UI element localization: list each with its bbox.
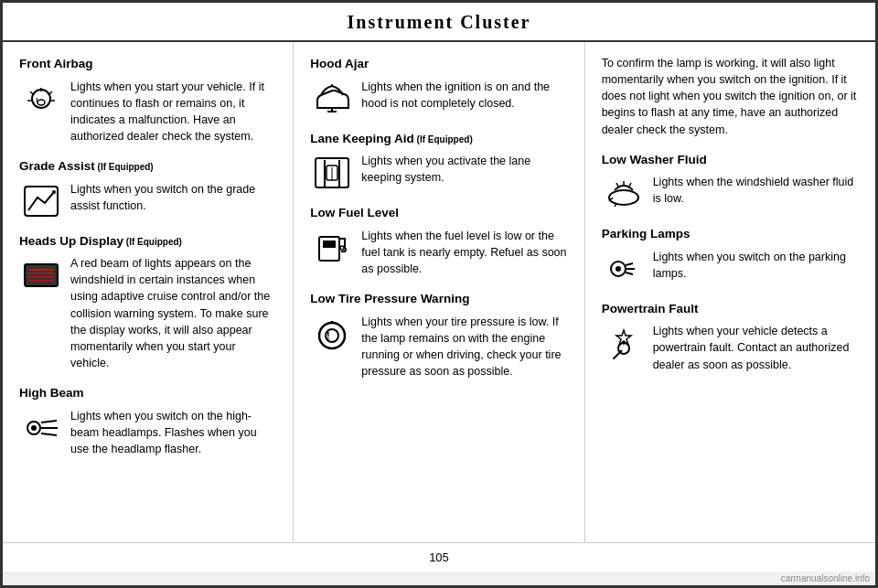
tire-icon	[310, 315, 354, 352]
section-body-low-washer-fluid: Lights when the windshield washer fluid …	[602, 174, 859, 212]
page-number: 105	[429, 551, 449, 564]
column-2: Hood AjarLights when the ignition is on …	[294, 42, 584, 542]
section-body-lane-keeping-aid: Lights when you activate the lane keepin…	[310, 153, 567, 191]
section-high-beam: High BeamLights when you switch on the h…	[19, 384, 276, 457]
section-title-parking-lamps: Parking Lamps	[602, 225, 859, 243]
section-body-grade-assist: Lights when you switch on the grade assi…	[19, 181, 276, 219]
washer-icon	[602, 176, 646, 212]
section-title-high-beam: High Beam	[19, 384, 276, 402]
section-text-lane-keeping-aid: Lights when you activate the lane keepin…	[361, 153, 567, 186]
section-title-powertrain-fault: Powertrain Fault	[602, 300, 859, 318]
section-text-low-fuel-level: Lights when the fuel level is low or the…	[361, 228, 567, 277]
section-body-confirm-lamp: To confirm the lamp is working, it will …	[602, 55, 859, 138]
section-text-powertrain-fault: Lights when your vehicle detects a power…	[653, 323, 859, 372]
section-title-grade-assist: Grade Assist (If Equipped)	[19, 157, 276, 176]
section-heads-up-display: Heads Up Display (If Equipped)A red beam…	[19, 232, 276, 371]
section-text-grade-assist: Lights when you switch on the grade assi…	[70, 181, 276, 214]
fuel-icon	[310, 230, 354, 266]
section-low-fuel-level: Low Fuel LevelLights when the fuel level…	[310, 204, 567, 277]
section-title-front-airbag: Front Airbag	[19, 55, 276, 73]
section-front-airbag: Front AirbagLights when you start your v…	[19, 55, 276, 144]
section-text-front-airbag: Lights when you start your vehicle. If i…	[70, 79, 276, 145]
section-text-low-tire-pressure: Lights when your tire pressure is low. I…	[361, 314, 567, 380]
section-title-lane-keeping-aid: Lane Keeping Aid (If Equipped)	[310, 130, 567, 148]
grade-assist-icon	[19, 183, 63, 219]
section-title-heads-up-display: Heads Up Display (If Equipped)	[19, 232, 276, 251]
high-beam-icon	[19, 410, 63, 446]
section-low-tire-pressure: Low Tire Pressure WarningLights when you…	[310, 290, 567, 380]
airbag-icon	[19, 80, 63, 117]
section-text-heads-up-display: A red beam of lights appears on the wind…	[70, 255, 276, 371]
section-body-high-beam: Lights when you switch on the high-beam …	[19, 408, 276, 457]
section-title-low-tire-pressure: Low Tire Pressure Warning	[310, 290, 567, 308]
section-hood-ajar: Hood AjarLights when the ignition is on …	[310, 55, 567, 117]
hud-icon	[19, 257, 63, 294]
section-body-powertrain-fault: Lights when your vehicle detects a power…	[602, 323, 859, 372]
page-footer: 105	[3, 542, 875, 572]
section-confirm-lamp: To confirm the lamp is working, it will …	[602, 55, 859, 138]
section-powertrain-fault: Powertrain FaultLights when your vehicle…	[602, 300, 859, 373]
section-body-low-fuel-level: Lights when the fuel level is low or the…	[310, 228, 567, 277]
parking-lamps-icon	[602, 251, 646, 287]
section-lane-keeping-aid: Lane Keeping Aid (If Equipped)Lights whe…	[310, 130, 567, 192]
hood-icon	[310, 80, 354, 117]
section-body-heads-up-display: A red beam of lights appears on the wind…	[19, 255, 276, 371]
section-body-front-airbag: Lights when you start your vehicle. If i…	[19, 79, 276, 145]
if-equipped-label: (If Equipped)	[123, 237, 182, 247]
column-3: To confirm the lamp is working, it will …	[585, 42, 875, 542]
lane-keeping-icon	[310, 155, 354, 191]
watermark: carmanualsonline.info	[3, 572, 875, 585]
page-container: Instrument Cluster Front AirbagLights wh…	[0, 0, 878, 588]
section-text-parking-lamps: Lights when you switch on the parking la…	[653, 249, 859, 282]
column-1: Front AirbagLights when you start your v…	[3, 42, 294, 542]
if-equipped-label: (If Equipped)	[95, 162, 154, 172]
section-body-hood-ajar: Lights when the ignition is on and the h…	[310, 79, 567, 117]
section-title-low-fuel-level: Low Fuel Level	[310, 204, 567, 222]
section-body-parking-lamps: Lights when you switch on the parking la…	[602, 249, 859, 287]
section-grade-assist: Grade Assist (If Equipped)Lights when yo…	[19, 157, 276, 219]
section-parking-lamps: Parking LampsLights when you switch on t…	[602, 225, 859, 287]
page-header: Instrument Cluster	[3, 3, 875, 42]
section-text-confirm-lamp: To confirm the lamp is working, it will …	[602, 55, 859, 138]
content-area: Front AirbagLights when you start your v…	[3, 42, 875, 542]
powertrain-icon	[602, 325, 646, 361]
section-text-hood-ajar: Lights when the ignition is on and the h…	[361, 79, 567, 112]
if-equipped-label: (If Equipped)	[414, 134, 473, 144]
page-title: Instrument Cluster	[3, 12, 875, 33]
section-text-high-beam: Lights when you switch on the high-beam …	[70, 408, 276, 457]
section-low-washer-fluid: Low Washer FluidLights when the windshie…	[602, 151, 859, 213]
section-title-low-washer-fluid: Low Washer Fluid	[602, 151, 859, 169]
section-text-low-washer-fluid: Lights when the windshield washer fluid …	[653, 174, 859, 207]
section-title-hood-ajar: Hood Ajar	[310, 55, 567, 73]
section-body-low-tire-pressure: Lights when your tire pressure is low. I…	[310, 314, 567, 380]
